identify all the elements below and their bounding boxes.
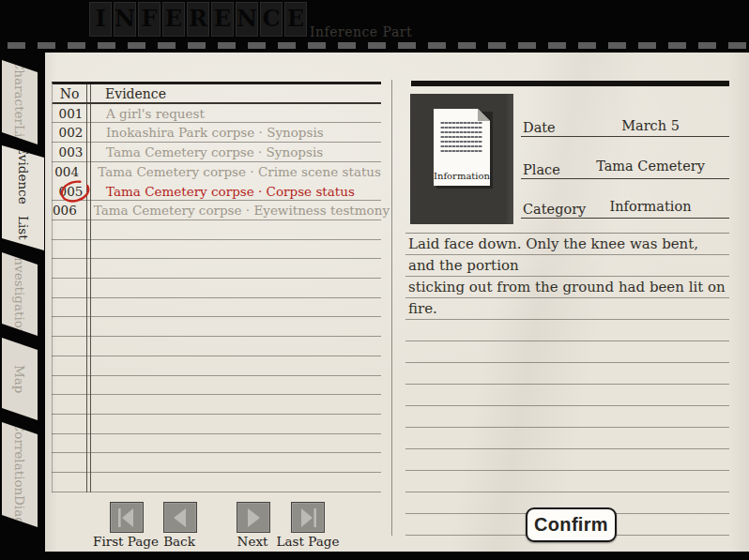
- game-title-filmstrip: I N F E R E N C E: [89, 2, 307, 37]
- arrow-right-icon: [241, 507, 266, 529]
- tab-investigation-memo[interactable]: InvestigationMemo: [2, 252, 38, 336]
- tab-label: Investigation: [12, 252, 27, 336]
- tab-label: Diagram: [12, 495, 27, 551]
- tab-label: Character: [12, 60, 27, 125]
- tab-evidence-list[interactable]: EvidenceList: [2, 145, 44, 250]
- last-page-label: Last Page: [268, 534, 347, 549]
- evidence-table: No Evidence 001 A girl's request 002 Ino…: [52, 82, 381, 492]
- row-evidence-text: Tama Cemetery corpse · Synopsis: [106, 143, 323, 162]
- description-line: Laid face down. Only the knee was bent, …: [408, 234, 727, 277]
- place-value: Tama Cemetery: [547, 159, 749, 174]
- place-underline: [521, 178, 729, 179]
- next-button[interactable]: [237, 502, 270, 533]
- date-underline: [521, 136, 729, 137]
- document-icon-label: Information: [434, 171, 490, 181]
- evidence-description: Laid face down. Only the knee was bent, …: [408, 234, 727, 320]
- bottom-black-bar: [0, 552, 749, 560]
- table-row[interactable]: 006 Tama Cemetery corpse · Eyewitness te…: [53, 201, 381, 220]
- document-icon: Information: [434, 109, 490, 186]
- mode-subtitle: Inference Part: [310, 24, 412, 39]
- inference-screen: I N F E R E N C E Inference Part Charact…: [0, 0, 749, 560]
- title-letter: C: [260, 2, 283, 37]
- column-header-evidence: Evidence: [105, 84, 166, 103]
- title-letter: N: [236, 2, 258, 37]
- tab-label: Correlation: [12, 422, 27, 495]
- date-value: March 5: [547, 118, 749, 133]
- skip-to-end-icon: [296, 507, 320, 529]
- row-evidence-text: Inokashira Park corpse · Synopsis: [106, 123, 324, 143]
- table-row[interactable]: 004 Tama Cemetery corpse · Crime scene s…: [53, 162, 381, 182]
- back-label: Back: [140, 534, 219, 549]
- page-center-divider: [391, 80, 392, 536]
- title-letter: E: [162, 2, 185, 37]
- description-ruled-area: Laid face down. Only the knee was bent, …: [405, 233, 729, 537]
- row-evidence-text: Tama Cemetery corpse · Eyewitness testmo…: [94, 201, 390, 220]
- table-row[interactable]: 003 Tama Cemetery corpse · Synopsis: [53, 143, 381, 162]
- tab-character-list[interactable]: CharacterList: [2, 60, 38, 144]
- title-letter: E: [211, 2, 234, 37]
- row-number: 003: [53, 143, 89, 162]
- row-number: 001: [53, 104, 89, 124]
- tab-label: Map: [12, 338, 27, 420]
- column-header-no: No: [53, 84, 86, 103]
- first-page-button[interactable]: [110, 502, 144, 533]
- table-row[interactable]: 002 Inokashira Park corpse · Synopsis: [53, 123, 381, 143]
- detail-top-bar: [411, 81, 729, 86]
- filmstrip-perforations: [8, 42, 749, 49]
- tab-map[interactable]: Map: [2, 338, 38, 420]
- last-page-button[interactable]: [291, 502, 325, 533]
- row-number: 002: [53, 123, 89, 143]
- title-letter: F: [138, 2, 160, 37]
- table-row[interactable]: 001 A girl's request: [53, 104, 381, 124]
- red-circle-annotation: [54, 177, 97, 205]
- table-row-selected[interactable]: 005 Tama Cemetery corpse · Corpse status: [53, 182, 381, 202]
- row-evidence-text: Tama Cemetery corpse · Corpse status: [106, 182, 355, 202]
- description-line: sticking out from the ground had been li…: [408, 277, 727, 320]
- category-underline: [521, 218, 729, 219]
- evidence-image-box: Information: [410, 94, 513, 224]
- title-letter: E: [284, 2, 307, 37]
- title-letter: R: [187, 2, 209, 37]
- tab-label: List: [12, 125, 27, 149]
- tab-correlation-diagram[interactable]: CorrelationDiagram: [2, 422, 38, 527]
- confirm-button[interactable]: Confirm: [526, 507, 617, 542]
- arrow-left-icon: [168, 507, 192, 529]
- tab-label: List: [16, 204, 31, 250]
- tab-label: Evidence: [16, 145, 31, 204]
- title-letter: I: [89, 2, 112, 37]
- row-evidence-text: A girl's request: [106, 104, 205, 124]
- back-button[interactable]: [163, 502, 197, 533]
- notebook-page: No Evidence 001 A girl's request 002 Ino…: [45, 53, 749, 552]
- title-letter: N: [114, 2, 136, 37]
- category-value: Information: [547, 199, 749, 214]
- document-text-lines: [440, 122, 482, 153]
- skip-to-start-icon: [115, 507, 139, 529]
- row-evidence-text: Tama Cemetery corpse · Crime scene statu…: [98, 162, 381, 182]
